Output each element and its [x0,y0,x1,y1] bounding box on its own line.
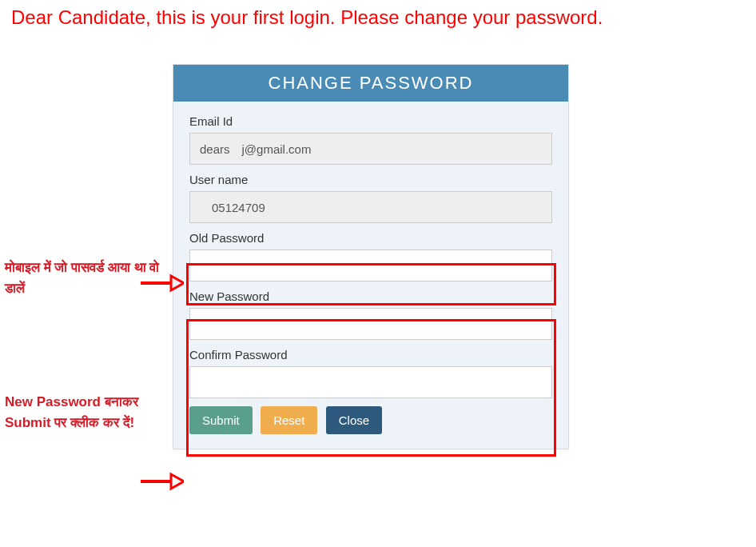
old-password-input[interactable] [189,250,552,281]
submit-button[interactable]: Submit [189,406,253,434]
reset-button[interactable]: Reset [261,406,317,434]
panel-body: Email Id User name Old Password New Pass… [173,102,568,449]
svg-marker-3 [171,474,184,489]
old-password-group: Old Password [189,231,552,281]
first-login-notice: Dear Candidate, this is your first login… [0,0,756,29]
button-row: Submit Reset Close [189,406,552,434]
old-password-label: Old Password [189,231,552,245]
new-password-group: New Password [189,289,552,340]
username-field [189,191,552,223]
arrow-right-icon [139,472,184,491]
email-group: Email Id [189,114,552,165]
email-field [189,133,552,165]
annotation-old-password: मोबाइल में जो पासवर्ड आया था वो डालें [5,258,173,298]
panel-title: CHANGE PASSWORD [173,65,568,102]
confirm-password-input[interactable] [189,366,552,398]
new-password-input[interactable] [189,308,552,340]
confirm-password-group: Confirm Password [189,348,552,398]
username-label: User name [189,173,552,186]
annotation-new-password: New Password बनाकर Submit पर क्लीक कर दे… [5,392,173,433]
new-password-label: New Password [189,289,552,303]
email-label: Email Id [189,114,552,128]
confirm-password-label: Confirm Password [189,348,552,361]
annotation-new-password-line2: Submit पर क्लीक कर दें! [5,415,134,430]
close-button[interactable]: Close [326,406,382,434]
username-group: User name [189,173,552,223]
annotation-new-password-line1: New Password बनाकर [5,394,138,409]
change-password-panel: CHANGE PASSWORD Email Id User name Old P… [173,64,569,449]
